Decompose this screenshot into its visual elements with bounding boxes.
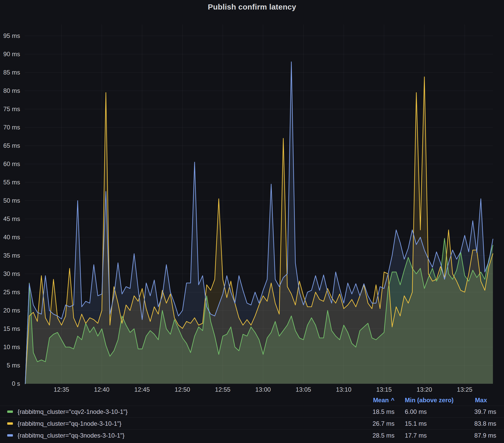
- max-header-label: Max: [475, 397, 487, 404]
- x-tick-label: 12:50: [167, 386, 198, 393]
- legend-sort-max[interactable]: Max: [459, 397, 496, 404]
- stat-min: 17.7 ms: [394, 432, 459, 439]
- x-tick-label: 12:45: [127, 386, 157, 393]
- stat-max: 83.8 ms: [459, 420, 496, 427]
- legend-row-qq-1node: {rabbitmq_cluster="qq-1node-3-10-1"} 26.…: [0, 417, 504, 429]
- y-tick-label: 55 ms: [0, 179, 20, 186]
- legend-sort-mean[interactable]: Mean^: [348, 397, 394, 404]
- y-tick-label: 10 ms: [0, 343, 20, 351]
- series-label: {rabbitmq_cluster="qq-3nodes-3-10-1"}: [18, 432, 124, 439]
- y-tick-label: 25 ms: [0, 289, 20, 296]
- stat-min: 6.00 ms: [394, 408, 459, 415]
- stat-mean: 28.5 ms: [348, 432, 394, 439]
- series-toggle-qq-1node[interactable]: {rabbitmq_cluster="qq-1node-3-10-1"}: [7, 420, 348, 427]
- legend-header-row: Mean^ Min (above zero) Max: [0, 395, 504, 406]
- series-color-swatch-blue[interactable]: [7, 434, 13, 437]
- stat-mean: 18.5 ms: [348, 408, 394, 415]
- x-tick-label: 12:55: [207, 386, 238, 393]
- y-tick-label: 5 ms: [0, 362, 20, 369]
- mean-header-label: Mean: [373, 397, 389, 404]
- x-axis: 12:3512:4012:4512:5012:5513:0013:0513:10…: [0, 386, 504, 394]
- stat-min: 15.1 ms: [394, 420, 459, 427]
- stat-max: 87.9 ms: [459, 432, 496, 439]
- stat-max: 39.7 ms: [459, 408, 496, 415]
- x-tick-label: 13:10: [328, 386, 359, 393]
- series-toggle-qq-3nodes[interactable]: {rabbitmq_cluster="qq-3nodes-3-10-1"}: [7, 432, 348, 439]
- legend-row-qq-3nodes: {rabbitmq_cluster="qq-3nodes-3-10-1"} 28…: [0, 429, 504, 441]
- x-tick-label: 13:15: [368, 386, 399, 393]
- y-tick-label: 90 ms: [0, 51, 20, 58]
- y-tick-label: 95 ms: [0, 32, 20, 39]
- sort-caret-icon: ^: [391, 397, 394, 404]
- legend-table: Mean^ Min (above zero) Max {rabbitmq_clu…: [0, 395, 504, 441]
- time-series-chart[interactable]: [0, 0, 504, 443]
- stat-mean: 26.7 ms: [348, 420, 394, 427]
- x-tick-label: 12:40: [86, 386, 117, 393]
- series-toggle-cqv2-1node[interactable]: {rabbitmq_cluster="cqv2-1node-3-10-1"}: [7, 408, 348, 415]
- y-tick-label: 65 ms: [0, 142, 20, 149]
- y-tick-label: 15 ms: [0, 325, 20, 332]
- min-header-label: Min (above zero): [405, 397, 453, 404]
- legend-row-cqv2-1node: {rabbitmq_cluster="cqv2-1node-3-10-1"} 1…: [0, 406, 504, 417]
- y-tick-label: 60 ms: [0, 160, 20, 168]
- series-color-swatch-yellow[interactable]: [7, 422, 13, 425]
- series-label: {rabbitmq_cluster="qq-1node-3-10-1"}: [18, 420, 121, 427]
- x-tick-label: 13:05: [288, 386, 319, 393]
- grafana-panel: Publish confirm latency 0 s5 ms10 ms15 m…: [0, 0, 504, 443]
- y-tick-label: 70 ms: [0, 124, 20, 131]
- y-tick-label: 40 ms: [0, 234, 20, 241]
- y-tick-label: 20 ms: [0, 307, 20, 314]
- y-axis: 0 s5 ms10 ms15 ms20 ms25 ms30 ms35 ms40 …: [0, 0, 23, 389]
- y-tick-label: 30 ms: [0, 270, 20, 277]
- y-tick-label: 35 ms: [0, 252, 20, 259]
- x-tick-label: 13:25: [449, 386, 480, 393]
- y-tick-label: 85 ms: [0, 69, 20, 76]
- legend-sort-min[interactable]: Min (above zero): [394, 397, 459, 404]
- x-tick-label: 13:20: [409, 386, 440, 393]
- x-tick-label: 13:00: [248, 386, 279, 393]
- y-tick-label: 45 ms: [0, 215, 20, 223]
- x-tick-label: 12:35: [46, 386, 77, 393]
- y-tick-label: 80 ms: [0, 87, 20, 94]
- y-tick-label: 50 ms: [0, 197, 20, 204]
- y-tick-label: 75 ms: [0, 105, 20, 113]
- series-color-swatch-green[interactable]: [7, 411, 13, 413]
- series-label: {rabbitmq_cluster="cqv2-1node-3-10-1"}: [18, 408, 128, 415]
